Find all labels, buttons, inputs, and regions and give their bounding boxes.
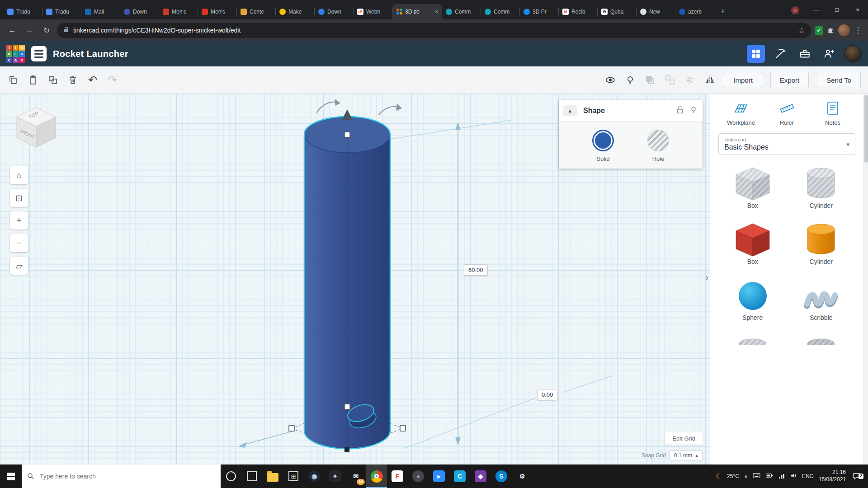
shape-thumb-partial[interactable] <box>732 333 774 345</box>
browser-tab[interactable]: Tradu <box>42 4 81 19</box>
duplicate-button[interactable] <box>47 74 59 86</box>
tab-close-icon[interactable]: × <box>435 8 439 15</box>
design-title[interactable]: Rocket Launcher <box>53 49 128 59</box>
taskbar-search[interactable] <box>22 465 221 488</box>
hide-button[interactable] <box>624 74 636 86</box>
taskbar-search-input[interactable] <box>39 472 215 480</box>
lock-open-icon[interactable] <box>675 105 684 116</box>
redo-button[interactable]: ↷ <box>107 74 118 86</box>
show-all-button[interactable] <box>604 74 616 86</box>
task-view-icon[interactable] <box>241 465 262 488</box>
3d-canvas[interactable]: TOP FRONT ⌂⊡+−▱ 60.00 0.00 Edit Grid Sna… <box>0 94 710 465</box>
browser-tab[interactable]: Men's <box>159 4 198 19</box>
browser-tab[interactable]: Down <box>315 4 354 19</box>
refresh-button[interactable]: ↻ <box>40 23 53 37</box>
align-button[interactable] <box>684 74 696 86</box>
start-button[interactable] <box>0 465 22 488</box>
omnibox[interactable]: tinkercad.com/things/cCE3HiNw2dO-super-s… <box>57 23 811 38</box>
back-button[interactable]: ← <box>5 23 19 37</box>
microsoft-store-icon[interactable]: ⊞ <box>283 465 304 488</box>
zoom-in-button[interactable]: + <box>10 211 28 230</box>
chrome-icon[interactable] <box>366 465 387 488</box>
copy-button[interactable] <box>7 74 19 86</box>
elevation-dimension-label[interactable]: 0.00 <box>537 389 557 400</box>
import-button[interactable]: Import <box>724 72 762 88</box>
rotate-handles[interactable] <box>316 99 402 115</box>
home-button[interactable]: ⌂ <box>10 166 28 184</box>
browser-tab[interactable]: Tradu <box>4 4 42 19</box>
scrollbar-thumb[interactable] <box>864 95 868 163</box>
forward-button[interactable]: → <box>23 23 36 37</box>
delete-button[interactable] <box>67 74 79 86</box>
browser-profile-avatar[interactable] <box>838 24 850 36</box>
browser-tab[interactable]: azerb <box>675 4 714 19</box>
shape-cylinder-striped[interactable]: Cylinder <box>800 165 842 209</box>
notes-tool[interactable]: Notes <box>812 100 854 126</box>
f-app-icon[interactable]: F <box>387 465 408 488</box>
shape-box-striped[interactable]: Box <box>732 165 774 209</box>
browser-tab[interactable]: Comm <box>481 4 520 19</box>
new-tab-button[interactable]: + <box>716 5 730 18</box>
mirror-button[interactable] <box>704 74 716 86</box>
view-cube[interactable]: TOP FRONT <box>14 105 59 150</box>
shape-thumb-partial[interactable] <box>800 333 842 345</box>
export-button[interactable]: Export <box>770 72 809 88</box>
hidden-icons-caret[interactable]: ∧ <box>744 474 748 479</box>
perspective-toggle-button[interactable]: ▱ <box>10 257 28 275</box>
browser-tab[interactable]: Make <box>276 4 315 19</box>
height-dimension-label[interactable]: 60.00 <box>464 264 488 276</box>
browser-tab[interactable]: cPWebn <box>354 4 392 19</box>
browser-tab[interactable]: 3D Pr <box>520 4 559 19</box>
page-scrollbar[interactable] <box>863 94 868 465</box>
account-avatar[interactable] <box>844 45 862 62</box>
tray-weather[interactable]: 25°C <box>727 473 739 479</box>
height-dimension-line[interactable] <box>455 122 461 446</box>
edit-grid-button[interactable]: Edit Grid <box>665 432 703 445</box>
panel-collapse-button[interactable]: ▲ <box>563 105 577 116</box>
fit-view-button[interactable]: ⊡ <box>10 189 28 207</box>
lightbulb-icon[interactable] <box>689 105 698 116</box>
browser-tab[interactable]: New <box>637 4 675 19</box>
sidebar-collapse-chevron[interactable]: › <box>705 272 708 284</box>
volume-icon[interactable] <box>790 472 797 480</box>
battery-icon[interactable] <box>765 472 774 480</box>
game-app-icon[interactable]: ✦ <box>325 465 345 488</box>
shape-cylinder-orange[interactable]: Cylinder <box>800 221 842 265</box>
camera-app-icon[interactable]: ● <box>408 465 429 488</box>
cortana-icon[interactable] <box>221 465 241 488</box>
browser-tab[interactable]: WQuba <box>598 4 637 19</box>
invite-people-button[interactable] <box>820 45 838 63</box>
design-app-icon[interactable]: ◆ <box>470 465 491 488</box>
close-button[interactable]: × <box>847 0 868 19</box>
browser-tab[interactable]: Men's <box>198 4 237 19</box>
hole-option[interactable]: Hole <box>647 130 669 162</box>
group-button[interactable] <box>644 74 656 86</box>
workplane-tool[interactable]: Workplane <box>720 100 762 126</box>
browser-tab[interactable]: Down <box>120 4 159 19</box>
video-app-icon[interactable]: ▸ <box>429 465 449 488</box>
media-control-icon[interactable] <box>791 6 799 14</box>
c-app-icon[interactable]: C <box>449 465 470 488</box>
zoom-out-button[interactable]: − <box>10 234 28 252</box>
browser-tab[interactable]: 3D de× <box>392 4 442 19</box>
shape-scribble[interactable]: Scribble <box>800 277 842 321</box>
skype-icon[interactable]: S <box>491 465 512 488</box>
settings-icon[interactable]: ⚙ <box>512 465 533 488</box>
send-to-button[interactable]: Send To <box>817 72 861 88</box>
browser-tab[interactable]: Conte <box>237 4 276 19</box>
ruler-tool[interactable]: Ruler <box>766 100 808 126</box>
minimize-button[interactable]: — <box>806 0 826 19</box>
shape-sphere[interactable]: Sphere <box>732 277 774 321</box>
browser-menu-icon[interactable]: ⋮ <box>854 26 863 35</box>
hole-swatch[interactable] <box>647 130 669 151</box>
check-extension-icon[interactable]: ✓ <box>815 26 823 35</box>
keyboard-icon[interactable] <box>753 473 760 480</box>
extensions-puzzle-icon[interactable] <box>827 26 835 35</box>
night-weather-icon[interactable]: ☾ <box>716 472 722 480</box>
ungroup-button[interactable] <box>664 74 676 86</box>
paste-button[interactable] <box>27 74 39 86</box>
minecraft-pickaxe-button[interactable] <box>771 45 789 63</box>
undo-button[interactable]: ↶ <box>87 74 99 86</box>
browser-tab[interactable]: MRecib <box>559 4 598 19</box>
raise-handle[interactable] <box>342 109 353 120</box>
